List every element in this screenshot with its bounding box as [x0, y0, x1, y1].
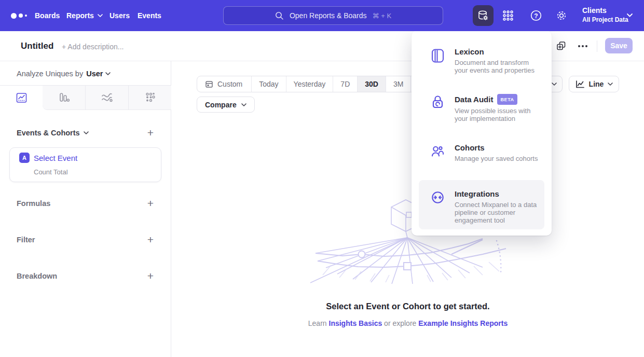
insights-basics-link[interactable]: Insights Basics [329, 319, 382, 327]
date-range-control: Custom Today Yesterday 7D 30D 3M 6M [197, 76, 436, 92]
chevron-down-icon [105, 72, 111, 75]
compare-button[interactable]: Compare [197, 97, 255, 113]
search-placeholder: Open Reports & Boards [290, 11, 367, 20]
event-series-badge: A [19, 153, 30, 163]
apps-grid-icon [502, 9, 514, 22]
example-insights-reports-link[interactable]: Example Insights Reports [418, 319, 508, 327]
nav-boards[interactable]: Boards [35, 0, 60, 31]
calendar-icon [205, 80, 213, 88]
range-yesterday[interactable]: Yesterday [286, 76, 333, 92]
add-breakdown-button[interactable]: + [147, 271, 154, 281]
nav-reports[interactable]: Reports [66, 0, 103, 31]
menu-title: Lexicon [455, 47, 484, 57]
lexicon-book-icon [431, 48, 445, 74]
add-filter-button[interactable]: + [147, 235, 154, 245]
menu-item-data-audit[interactable]: Data Audit BETA View possible issues wit… [419, 89, 544, 128]
top-navigation-bar: Boards Reports Users Events Open Reports… [0, 0, 644, 31]
apps-grid-button[interactable] [499, 7, 517, 24]
filter-header: Filter [17, 236, 35, 244]
empty-state: Select an Event or Cohort to get started… [172, 301, 644, 327]
query-builder-sidebar: Analyze Uniques by User [0, 61, 171, 357]
nav-events[interactable]: Events [138, 0, 161, 31]
menu-description: Manage your saved cohorts [455, 155, 538, 162]
bar-chart-icon [58, 91, 70, 104]
chevron-down-icon [627, 13, 633, 17]
beta-badge: BETA [497, 94, 517, 105]
range-custom[interactable]: Custom [197, 76, 251, 92]
select-event-button[interactable]: Select Event [34, 154, 77, 162]
menu-description: Document and transform your events and p… [455, 59, 538, 74]
search-shortcut: ⌘ + K [373, 12, 392, 20]
menu-item-cohorts[interactable]: Cohorts Manage your saved cohorts [419, 138, 544, 168]
menu-title: Cohorts [455, 143, 485, 153]
tab-metric-grid[interactable] [128, 86, 171, 110]
chevron-down-icon [98, 14, 103, 17]
search-icon [275, 11, 284, 20]
breakdown-section: Breakdown + [17, 271, 154, 281]
add-event-button[interactable]: + [147, 128, 154, 138]
chart-type-dropdown[interactable]: Line [569, 76, 619, 92]
menu-item-lexicon[interactable]: Lexicon Document and transform your even… [419, 42, 544, 79]
chevron-down-icon [608, 83, 613, 86]
analyze-prefix-label: Analyze Uniques by [17, 70, 83, 78]
formulas-header: Formulas [17, 199, 50, 208]
flow-chart-icon [101, 91, 113, 104]
empty-state-title: Select an Event or Cohort to get started… [172, 301, 644, 311]
analyze-uniques-row: Analyze Uniques by User [17, 70, 111, 78]
menu-item-integrations[interactable]: Integrations Connect Mixpanel to a data … [419, 180, 544, 229]
formulas-section: Formulas + [17, 198, 154, 209]
svg-text:?: ? [534, 12, 538, 20]
global-search-input[interactable]: Open Reports & Boards ⌘ + K [223, 6, 443, 25]
tab-flow-chart[interactable] [85, 86, 128, 110]
range-30d[interactable]: 30D [357, 76, 386, 92]
cohorts-icon [431, 144, 445, 162]
menu-description: View possible issues with your implement… [455, 107, 538, 122]
nav-users[interactable]: Users [109, 0, 130, 31]
save-button[interactable]: Save [605, 38, 633, 53]
duplicate-button[interactable] [556, 40, 567, 51]
duplicate-icon [556, 40, 567, 51]
data-audit-icon [431, 95, 445, 122]
report-title[interactable]: Untitled [21, 41, 53, 51]
org-name: Clients [582, 6, 628, 16]
add-description-field[interactable]: + Add description... [62, 43, 124, 51]
project-switcher[interactable]: Clients All Project Data [582, 6, 628, 24]
range-today[interactable]: Today [251, 76, 285, 92]
help-icon: ? [529, 9, 543, 22]
menu-description: Connect Mixpanel to a data pipeline or c… [455, 201, 538, 224]
events-cohorts-section: Events & Cohorts + [17, 128, 154, 138]
empty-state-subtitle: Learn Insights Basics or explore Example… [172, 319, 644, 327]
data-management-button[interactable] [473, 5, 494, 26]
data-management-menu: Lexicon Document and transform your even… [412, 31, 552, 236]
more-options-button[interactable] [578, 45, 587, 47]
chevron-down-icon [552, 83, 557, 86]
mixpanel-logo-icon[interactable] [11, 12, 30, 19]
ellipsis-icon [578, 45, 587, 47]
database-gear-icon [477, 9, 489, 22]
settings-button[interactable] [553, 7, 570, 24]
report-canvas: Custom Today Yesterday 7D 30D 3M 6M Comp… [172, 61, 644, 357]
range-3m[interactable]: 3M [386, 76, 410, 92]
filter-section: Filter + [17, 235, 154, 245]
event-card[interactable]: A Select Event Count Total [9, 147, 161, 182]
add-formula-button[interactable]: + [147, 198, 154, 209]
header-divider [597, 40, 597, 52]
analyze-value-dropdown[interactable]: User [86, 70, 111, 78]
event-aggregation-label[interactable]: Count Total [34, 168, 68, 176]
events-cohorts-header[interactable]: Events & Cohorts [17, 129, 89, 137]
tab-bar-chart[interactable] [43, 86, 85, 110]
metric-grid-icon [144, 91, 156, 104]
range-7d[interactable]: 7D [333, 76, 357, 92]
project-name: All Project Data [582, 16, 628, 24]
integrations-icon [431, 190, 445, 224]
line-chart-icon [575, 80, 585, 89]
menu-title: Data Audit [455, 95, 493, 104]
chevron-down-icon [241, 103, 246, 106]
tab-line-chart[interactable] [0, 86, 43, 110]
menu-title: Integrations [455, 189, 499, 199]
help-button[interactable]: ? [527, 7, 545, 24]
breakdown-header: Breakdown [17, 272, 57, 280]
settings-gear-icon [555, 9, 568, 22]
chart-type-tabs [0, 85, 171, 110]
line-chart-icon [16, 92, 28, 104]
